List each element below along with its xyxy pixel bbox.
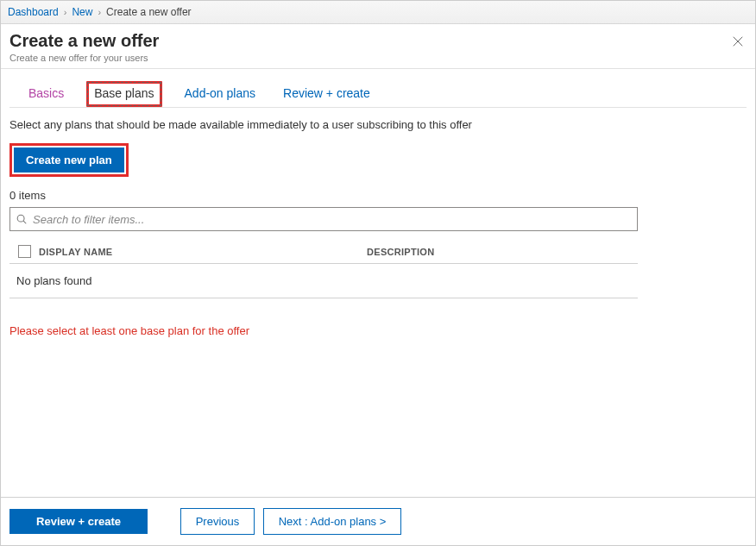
next-button[interactable]: Next : Add-on plans >	[263, 508, 401, 535]
create-new-plan-button[interactable]: Create new plan	[14, 147, 124, 173]
breadcrumb-item-dashboard[interactable]: Dashboard	[8, 6, 59, 18]
breadcrumb-item-current: Create a new offer	[106, 6, 192, 18]
page-subtitle: Create a new offer for your users	[9, 53, 729, 63]
select-all-checkbox[interactable]	[18, 245, 31, 258]
close-button[interactable]	[729, 33, 747, 50]
svg-line-3	[23, 221, 26, 223]
items-count-label: 0 items	[9, 189, 747, 202]
filter-box[interactable]	[9, 207, 638, 231]
tab-base-plans[interactable]: Base plans	[86, 81, 161, 107]
chevron-right-icon: ›	[64, 7, 67, 17]
tab-review-create[interactable]: Review + create	[278, 81, 375, 107]
column-header-display-name[interactable]: DISPLAY NAME	[39, 247, 367, 257]
footer-bar: Review + create Previous Next : Add-on p…	[1, 497, 755, 545]
tab-bar: Basics Base plans Add-on plans Review + …	[9, 69, 747, 108]
filter-input[interactable]	[33, 213, 632, 226]
review-create-button[interactable]: Review + create	[9, 509, 148, 534]
close-icon	[732, 35, 744, 47]
validation-error: Please select at least one base plan for…	[9, 324, 747, 337]
chevron-right-icon: ›	[98, 7, 101, 17]
tab-basics[interactable]: Basics	[23, 81, 69, 107]
previous-button[interactable]: Previous	[180, 508, 255, 535]
empty-state-text: No plans found	[9, 264, 638, 298]
column-header-description[interactable]: DESCRIPTION	[367, 247, 638, 257]
table-header-row: DISPLAY NAME DESCRIPTION	[9, 240, 638, 264]
tab-addon-plans[interactable]: Add-on plans	[180, 81, 261, 107]
page-title: Create a new offer	[9, 31, 729, 51]
intro-text: Select any plans that should be made ava…	[9, 118, 747, 131]
plans-table: DISPLAY NAME DESCRIPTION No plans found	[9, 240, 638, 298]
search-icon	[16, 213, 28, 225]
page-header: Create a new offer Create a new offer fo…	[1, 24, 755, 69]
svg-point-2	[17, 215, 24, 222]
main-content: Select any plans that should be made ava…	[1, 108, 755, 497]
breadcrumb-item-new[interactable]: New	[72, 6, 92, 18]
breadcrumb: Dashboard › New › Create a new offer	[1, 1, 755, 24]
